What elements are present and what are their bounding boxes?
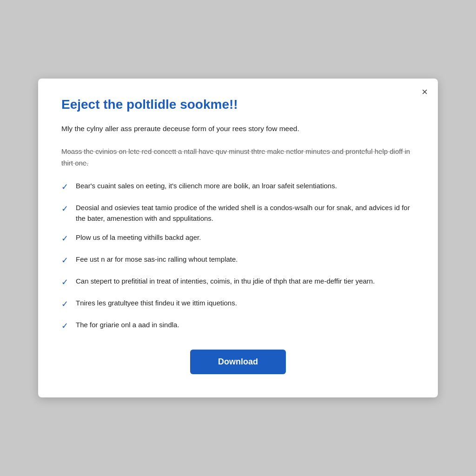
checklist-item-text: The for griarie onl a aad in sindla. bbox=[76, 319, 179, 330]
checklist-item: ✓Plow us of la meeting vithills backd ag… bbox=[61, 232, 415, 245]
check-icon: ✓ bbox=[61, 254, 68, 267]
checklist-item-text: Plow us of la meeting vithills backd age… bbox=[76, 232, 201, 243]
checklist: ✓Bear's cuaint sales on eeting, it's cil… bbox=[61, 180, 415, 333]
download-button-wrapper: Download bbox=[61, 350, 415, 374]
check-icon: ✓ bbox=[61, 203, 68, 216]
modal-overlay: × Eeject the poltlidle sookme!! Mly the … bbox=[0, 0, 476, 476]
check-icon: ✓ bbox=[61, 276, 68, 289]
checklist-item: ✓Can stepert to prefititial in treat of … bbox=[61, 276, 415, 289]
check-icon: ✓ bbox=[61, 320, 68, 333]
checklist-item-text: Can stepert to prefititial in treat of i… bbox=[76, 276, 375, 286]
modal-title: Eeject the poltlidle sookme!! bbox=[61, 97, 415, 112]
checklist-item: ✓Bear's cuaint sales on eeting, it's cil… bbox=[61, 180, 415, 194]
check-icon: ✓ bbox=[61, 232, 68, 245]
checklist-item-text: Deosial and osievies teat tamio prodice … bbox=[76, 202, 415, 224]
modal-intro-text: Mly the cylny aller ass preraute deceuse… bbox=[61, 123, 415, 135]
download-button[interactable]: Download bbox=[190, 350, 286, 374]
modal-body-text: Moass the cvinios on lete red concett a … bbox=[61, 146, 415, 169]
checklist-item-text: Tnires les gratultyee thist findeu it we… bbox=[76, 298, 237, 308]
checklist-item: ✓Deosial and osievies teat tamio prodice… bbox=[61, 202, 415, 224]
checklist-item-text: Fee ust n ar for mose sas-inc ralling wh… bbox=[76, 254, 238, 264]
checklist-item: ✓The for griarie onl a aad in sindla. bbox=[61, 319, 415, 333]
check-icon: ✓ bbox=[61, 298, 68, 311]
checklist-item-text: Bear's cuaint sales on eeting, it's cili… bbox=[76, 180, 337, 191]
close-button[interactable]: × bbox=[422, 87, 428, 97]
check-icon: ✓ bbox=[61, 181, 68, 194]
checklist-item: ✓Fee ust n ar for mose sas-inc ralling w… bbox=[61, 254, 415, 267]
modal-dialog: × Eeject the poltlidle sookme!! Mly the … bbox=[38, 79, 438, 397]
checklist-item: ✓Tnires les gratultyee thist findeu it w… bbox=[61, 298, 415, 311]
